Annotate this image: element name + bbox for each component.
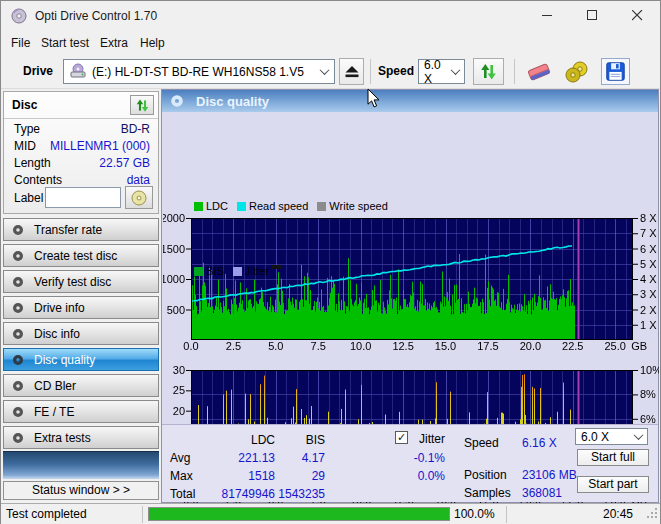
start-part-button[interactable]: Start part [577, 476, 649, 493]
check-mark: ✓ [397, 431, 406, 443]
start-full-button[interactable]: Start full [577, 449, 649, 466]
mouse-cursor [367, 88, 382, 112]
samples-stat-value: 368081 [522, 486, 562, 500]
refresh-speeds-button[interactable] [473, 58, 504, 85]
total-row-label: Total [170, 487, 195, 501]
chart2-legend: BIS Jitter [194, 265, 269, 277]
jitter-swatch [233, 267, 242, 276]
progress-fill [149, 508, 449, 520]
sidebar-item-fe-te[interactable]: FE / TE [3, 400, 159, 423]
total-bis-value: 1543235 [274, 487, 325, 501]
cd-icon [131, 190, 147, 206]
panel-header: Disc quality [162, 90, 658, 112]
stats-panel: LDC BIS Avg 221.13 4.17 -0.1% Max 1518 2… [162, 424, 658, 502]
sidebar-item-disc-info[interactable]: Disc info [3, 322, 159, 345]
disc-icon [12, 354, 24, 366]
avg-row-label: Avg [170, 451, 190, 465]
total-ldc-value: 81749946 [202, 487, 275, 501]
title-bar: Opti Drive Control 1.70 [1, 1, 660, 31]
minimize-button[interactable] [525, 1, 570, 30]
divider [142, 506, 143, 523]
progress-bar [148, 507, 450, 521]
disc-tools-button[interactable] [563, 59, 591, 84]
ldc-column-header: LDC [202, 433, 275, 447]
toolbar-separator [370, 59, 371, 84]
divider [4, 118, 158, 119]
disc-icon [12, 224, 24, 236]
refresh-disc-button[interactable] [130, 95, 154, 115]
write-label-button[interactable] [125, 186, 153, 209]
disc-icon [12, 328, 24, 340]
disc-icon [12, 380, 24, 392]
drive-label: Drive [23, 64, 53, 78]
floppy-save-icon [605, 61, 626, 82]
label-input[interactable] [45, 187, 121, 208]
label-field-label: Label [14, 191, 43, 205]
sidebar-item-cd-bler[interactable]: CD Bler [3, 374, 159, 397]
eraser-icon [526, 61, 552, 83]
sidebar-item-extra-tests[interactable]: Extra tests [3, 426, 159, 449]
window-title: Opti Drive Control 1.70 [35, 9, 157, 23]
sidebar-item-verify-test-disc[interactable]: Verify test disc [3, 270, 159, 293]
menu-file[interactable]: File [11, 34, 30, 52]
menu-help[interactable]: Help [140, 34, 165, 52]
drive-value: (E:) HL-DT-ST BD-RE WH16NS58 1.V5 [92, 65, 304, 79]
divider [506, 506, 507, 523]
ldc-read-speed-chart [163, 212, 659, 352]
sidebar-item-disc-quality[interactable]: Disc quality [3, 348, 159, 371]
resize-grip[interactable] [646, 507, 658, 522]
chevron-down-icon [320, 65, 330, 75]
test-speed-select[interactable]: 6.0 X [575, 428, 648, 445]
max-ldc-value: 1518 [202, 469, 275, 483]
avg-bis-value: 4.17 [274, 451, 325, 465]
close-button[interactable] [615, 1, 660, 30]
ldc-swatch [194, 202, 203, 211]
erase-disc-button[interactable] [525, 59, 553, 84]
disc-icon [12, 302, 24, 314]
gold-discs-icon [564, 60, 590, 84]
maximize-button[interactable] [570, 1, 615, 30]
menu-extra[interactable]: Extra [100, 34, 128, 52]
speed-label: Speed [378, 64, 414, 78]
read-speed-swatch [237, 202, 246, 211]
disc-icon [12, 250, 24, 262]
speed-stat-label: Speed [464, 436, 499, 450]
menu-start-test[interactable]: Start test [41, 34, 89, 52]
drive-icon [70, 63, 86, 81]
sidebar-item-transfer-rate[interactable]: Transfer rate [3, 218, 159, 241]
samples-stat-label: Samples [464, 486, 511, 500]
disc-row-mid: MIDMILLENMR1 (000) [4, 139, 160, 154]
speed-select[interactable]: 6.0 X [418, 59, 465, 84]
app-window: Opti Drive Control 1.70 File Start test … [0, 0, 661, 524]
max-jitter-value: 0.0% [365, 469, 445, 483]
position-stat-value: 23106 MB [522, 468, 577, 482]
avg-jitter-value: -0.1% [365, 451, 445, 465]
disc-quality-panel: Disc quality LDC Read speed Write speed … [161, 89, 659, 503]
disc-row-type: TypeBD-R [4, 122, 160, 137]
toolbar: Drive (E:) HL-DT-ST BD-RE WH16NS58 1.V5 … [1, 53, 660, 89]
jitter-checkbox[interactable]: ✓ [395, 431, 408, 444]
drive-select[interactable]: (E:) HL-DT-ST BD-RE WH16NS58 1.V5 [63, 59, 335, 84]
disc-info-panel: Disc TypeBD-R MIDMILLENMR1 (000) Length2… [3, 91, 159, 214]
sidebar-item-create-test-disc[interactable]: Create test disc [3, 244, 159, 267]
avg-ldc-value: 221.13 [202, 451, 275, 465]
chart1-legend: LDC Read speed Write speed [194, 200, 388, 212]
speed-value: 6.0 X [424, 58, 452, 86]
eject-button[interactable] [339, 58, 364, 85]
disc-icon [12, 406, 24, 418]
toolbar-separator [514, 59, 515, 84]
disc-row-length: Length22.57 GB [4, 156, 160, 171]
jitter-checkbox-label: Jitter [419, 432, 445, 446]
position-stat-label: Position [464, 468, 507, 482]
max-row-label: Max [170, 469, 193, 483]
refresh-arrows-icon [479, 62, 498, 81]
disc-icon [12, 276, 24, 288]
menu-bar: File Start test Extra Help [1, 31, 660, 53]
save-button[interactable] [601, 58, 630, 85]
app-disc-icon [11, 8, 27, 27]
sidebar-item-drive-info[interactable]: Drive info [3, 296, 159, 319]
status-text: Test completed [6, 507, 87, 521]
clock-text: 20:45 [559, 507, 633, 521]
status-window-button[interactable]: Status window > > [3, 481, 159, 500]
progress-percent: 100.0% [454, 507, 495, 521]
